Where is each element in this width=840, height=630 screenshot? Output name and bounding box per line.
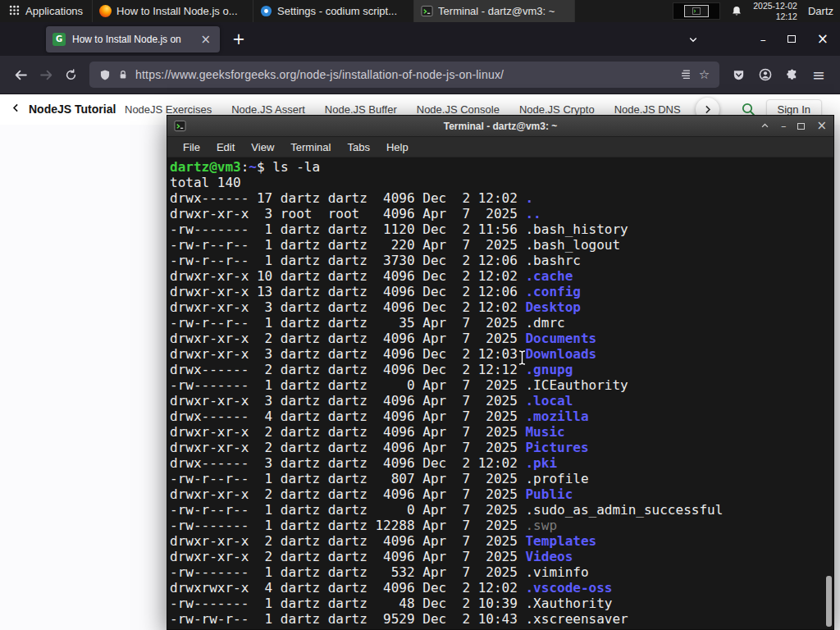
terminal-output: dartz@vm3:~$ ls -latotal 140drwx------ 1… — [170, 159, 723, 627]
clock[interactable]: 2025-12-02 12:12 — [753, 1, 797, 21]
terminal-scrollbar[interactable] — [824, 158, 833, 629]
applications-label: Applications — [25, 5, 83, 17]
browser-tab-bar: G How to Install Node.js on × + – × — [0, 22, 840, 56]
reader-mode-icon[interactable] — [680, 69, 692, 80]
save-to-pocket-icon[interactable] — [733, 69, 745, 81]
bookmark-star-icon[interactable]: ☆ — [699, 69, 710, 81]
date-text: 2025-12-02 — [753, 1, 797, 11]
terminal-line: -rw------- 1 dartz dartz 532 Apr 7 2025 … — [170, 564, 723, 580]
terminal-icon — [421, 5, 433, 17]
terminal-line: drwx------ 4 dartz dartz 4096 Apr 7 2025… — [170, 409, 723, 424]
maximize-icon — [797, 123, 805, 130]
tab-close-icon[interactable]: × — [198, 32, 213, 47]
extensions-icon[interactable] — [786, 69, 798, 81]
terminal-line: drwxr-xr-x 2 dartz dartz 4096 Apr 7 2025… — [170, 486, 723, 502]
desktop: Applications How to Install Node.js o...… — [0, 0, 840, 630]
terminal-titlebar[interactable]: Terminal - dartz@vm3: ~ – × — [167, 116, 833, 137]
terminal-maximize-button[interactable] — [797, 123, 805, 130]
lock-icon[interactable] — [118, 69, 128, 80]
terminal-line: drwxr-xr-x 2 dartz dartz 4096 Apr 7 2025… — [170, 424, 723, 440]
nav-link-dns[interactable]: Node.JS DNS — [614, 103, 681, 116]
terminal-line: drwxr-xr-x 3 dartz dartz 4096 Dec 2 12:0… — [170, 346, 723, 362]
nav-link-assert[interactable]: Node.JS Assert — [231, 103, 305, 116]
terminal-icon — [174, 120, 186, 132]
new-tab-button[interactable]: + — [232, 31, 245, 47]
menu-item-help[interactable]: Help — [378, 141, 417, 153]
terminal-line: drwxr-xr-x 2 dartz dartz 4096 Apr 7 2025… — [170, 440, 723, 455]
tabbar-controls: – × — [688, 32, 840, 46]
nav-link-console[interactable]: Node.JS Console — [417, 103, 500, 116]
terminal-line: -rw-r--r-- 1 dartz dartz 807 Apr 7 2025 … — [170, 471, 723, 486]
settings-icon — [260, 5, 272, 17]
menu-item-edit[interactable]: Edit — [208, 141, 243, 153]
terminal-line: drwxr-xr-x 10 dartz dartz 4096 Dec 2 12:… — [170, 268, 723, 284]
nav-link-exercises[interactable]: NodeJS Exercises — [125, 103, 212, 116]
browser-close-button[interactable]: × — [817, 32, 829, 46]
terminal-line: -rw-rw-r-- 1 dartz dartz 9529 Dec 2 10:4… — [170, 611, 723, 627]
firefox-icon — [99, 5, 112, 17]
notification-bell-icon[interactable] — [731, 5, 742, 17]
applications-menu-button[interactable]: Applications — [0, 0, 93, 22]
scrollbar-thumb[interactable] — [826, 576, 832, 627]
terminal-line: dartz@vm3:~$ ls -la — [170, 159, 723, 175]
nav-link-tutorial[interactable]: NodeJS Tutorial — [29, 103, 116, 116]
menu-item-tabs[interactable]: Tabs — [339, 141, 377, 153]
terminal-viewport[interactable]: dartz@vm3:~$ ls -latotal 140drwx------ 1… — [167, 158, 833, 629]
list-tabs-chevron-icon[interactable] — [688, 34, 698, 44]
taskbar-button-terminal[interactable]: Terminal - dartz@vm3: ~ — [414, 0, 575, 22]
terminal-line: drwxr-xr-x 2 dartz dartz 4096 Apr 7 2025… — [170, 331, 723, 346]
menu-item-terminal[interactable]: Terminal — [282, 141, 339, 153]
terminal-line: drwxr-xr-x 3 dartz dartz 4096 Dec 2 12:0… — [170, 299, 723, 315]
terminal-line: -rw-r--r-- 1 dartz dartz 3730 Dec 2 12:0… — [170, 253, 723, 268]
terminal-line: drwxrwxr-x 4 dartz dartz 4096 Dec 2 12:0… — [170, 580, 723, 596]
terminal-line: -rw-r--r-- 1 dartz dartz 0 Apr 7 2025 .s… — [170, 502, 723, 518]
taskbar-button-settings[interactable]: Settings - codium script... — [253, 0, 414, 22]
mouse-cursor — [517, 349, 527, 369]
shade-button[interactable] — [760, 121, 769, 130]
account-icon[interactable] — [759, 68, 772, 81]
top-panel: Applications How to Install Node.js o...… — [0, 0, 840, 22]
menu-item-view[interactable]: View — [243, 141, 282, 153]
terminal-line: drwxr-xr-x 3 dartz dartz 4096 Apr 7 2025… — [170, 393, 723, 409]
terminal-line: drwxr-xr-x 2 dartz dartz 4096 Apr 7 2025… — [170, 549, 723, 564]
taskbar-button-browser[interactable]: How to Install Node.js o... — [93, 0, 253, 22]
user-label: Dartz — [808, 5, 835, 17]
terminal-title: Terminal - dartz@vm3: ~ — [167, 121, 833, 132]
tab-title: How to Install Node.js on — [72, 34, 191, 45]
terminal-line: drwx------ 17 dartz dartz 4096 Dec 2 12:… — [170, 190, 723, 206]
terminal-menubar: File Edit View Terminal Tabs Help — [167, 137, 833, 158]
task-label: How to Install Node.js o... — [116, 5, 246, 17]
menu-item-file[interactable]: File — [175, 141, 208, 153]
workspace-switcher[interactable] — [673, 2, 720, 20]
terminal-line: drwxr-xr-x 2 dartz dartz 4096 Apr 7 2025… — [170, 533, 723, 549]
nav-link-crypto[interactable]: Node.JS Crypto — [519, 103, 595, 116]
terminal-line: -rw-r--r-- 1 dartz dartz 35 Apr 7 2025 .… — [170, 315, 723, 331]
chevron-left-icon[interactable] — [11, 103, 21, 113]
tab-favicon: G — [52, 33, 66, 46]
browser-maximize-button[interactable] — [788, 35, 796, 43]
terminal-close-button[interactable]: × — [816, 120, 827, 132]
terminal-line: drwxr-xr-x 3 root root 4096 Apr 7 2025 .… — [170, 206, 723, 221]
terminal-line: drwx------ 2 dartz dartz 4096 Dec 2 12:1… — [170, 362, 723, 377]
terminal-line: -rw------- 1 dartz dartz 0 Apr 7 2025 .I… — [170, 377, 723, 393]
terminal-line: -rw------- 1 dartz dartz 48 Dec 2 10:39 … — [170, 596, 723, 611]
url-bar[interactable]: https://www.geeksforgeeks.org/node-js/in… — [89, 62, 719, 88]
applications-grid-icon — [9, 5, 20, 18]
terminal-line: -rw-r--r-- 1 dartz dartz 220 Apr 7 2025 … — [170, 237, 723, 253]
panel-right-cluster: 2025-12-02 12:12 Dartz — [673, 0, 840, 22]
task-label: Terminal - dartz@vm3: ~ — [438, 5, 568, 17]
browser-nav-toolbar: https://www.geeksforgeeks.org/node-js/in… — [0, 56, 840, 94]
browser-minimize-button[interactable]: – — [760, 34, 766, 45]
back-icon[interactable] — [8, 64, 34, 86]
reload-icon[interactable] — [59, 65, 83, 85]
shield-icon[interactable] — [99, 69, 111, 81]
terminal-line: drwxr-xr-x 13 dartz dartz 4096 Dec 2 12:… — [170, 284, 723, 299]
browser-tab[interactable]: G How to Install Node.js on × — [46, 26, 220, 52]
time-text: 12:12 — [753, 11, 797, 22]
maximize-icon — [788, 35, 796, 43]
terminal-minimize-button[interactable]: – — [781, 121, 787, 131]
app-menu-icon[interactable]: ≡ — [812, 67, 825, 83]
terminal-window: Terminal - dartz@vm3: ~ – × File Edit Vi… — [167, 115, 834, 630]
nav-link-buffer[interactable]: Node.JS Buffer — [325, 103, 397, 116]
forward-icon[interactable] — [34, 64, 59, 86]
